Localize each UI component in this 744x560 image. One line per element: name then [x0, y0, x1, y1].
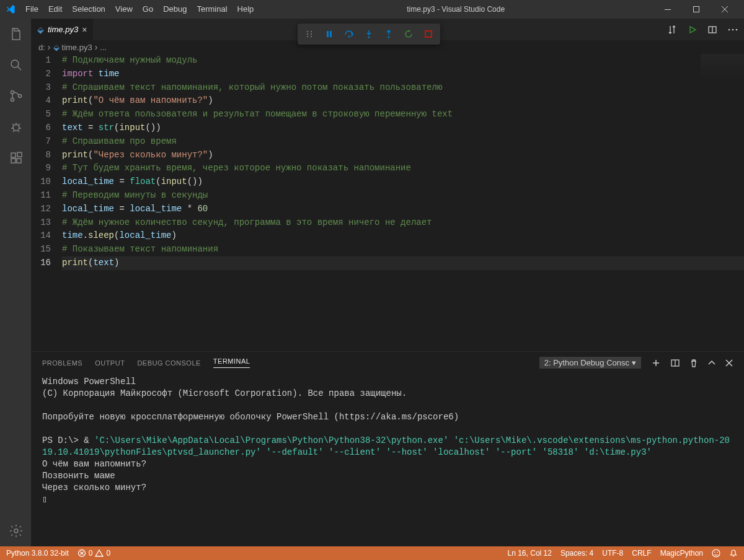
step-into-button[interactable] — [360, 26, 378, 42]
source-control-icon[interactable] — [0, 81, 31, 112]
svg-rect-20 — [11, 159, 16, 163]
titlebar: FileEditSelectionViewGoDebugTerminalHelp… — [0, 0, 744, 19]
menu-debug[interactable]: Debug — [159, 0, 191, 19]
editor-group: ⬙ time.py3 × d: › ⬙ time.py3 › ... 12345… — [31, 19, 744, 546]
svg-point-6 — [307, 36, 308, 37]
menu-go[interactable]: Go — [138, 0, 157, 19]
step-out-button[interactable] — [379, 26, 398, 42]
svg-point-23 — [14, 529, 18, 533]
compare-changes-icon[interactable] — [667, 25, 677, 35]
svg-point-3 — [311, 31, 312, 32]
new-terminal-icon[interactable] — [651, 358, 661, 368]
status-spaces[interactable]: Spaces: 4 — [560, 549, 593, 558]
breadcrumb-file[interactable]: time.py3 — [62, 43, 92, 52]
editor-actions — [661, 19, 744, 40]
svg-point-11 — [368, 37, 370, 38]
minimize-button[interactable] — [653, 0, 682, 19]
menu-selection[interactable]: Selection — [68, 0, 109, 19]
extensions-icon[interactable] — [0, 142, 31, 173]
svg-point-14 — [11, 60, 19, 68]
status-language[interactable]: MagicPython — [660, 549, 703, 558]
window-title: time.py3 - Visual Studio Code — [258, 5, 653, 14]
status-lncol[interactable]: Ln 16, Col 12 — [508, 549, 552, 558]
terminal[interactable]: Windows PowerShell (C) Корпорация Майкро… — [31, 374, 744, 546]
activity-bar — [0, 19, 31, 546]
menu-help[interactable]: Help — [233, 0, 259, 19]
svg-point-30 — [712, 549, 720, 557]
menu-bar: FileEditSelectionViewGoDebugTerminalHelp — [21, 0, 258, 19]
status-eol[interactable]: CRLF — [632, 549, 651, 558]
stop-button[interactable] — [419, 26, 438, 42]
svg-point-10 — [348, 36, 350, 38]
vscode-logo-icon — [5, 4, 16, 15]
code-area[interactable]: # Подключаем нужный модульimport time# С… — [62, 54, 744, 351]
tab-label: time.py3 — [48, 25, 78, 34]
kill-terminal-icon[interactable] — [689, 359, 698, 367]
debug-icon[interactable] — [0, 112, 31, 142]
debug-toolbar[interactable] — [298, 24, 440, 45]
svg-point-4 — [307, 33, 308, 35]
line-gutter: 12345678910111213141516 — [31, 54, 62, 351]
menu-terminal[interactable]: Terminal — [192, 0, 231, 19]
panel-tab-debug-console[interactable]: DEBUG CONSOLE — [137, 359, 200, 367]
maximize-panel-icon[interactable] — [708, 361, 715, 365]
feedback-icon[interactable] — [712, 549, 720, 558]
svg-point-17 — [19, 95, 22, 98]
tab-time-py3[interactable]: ⬙ time.py3 × — [31, 19, 94, 40]
close-tab-icon[interactable]: × — [82, 25, 87, 35]
restart-button[interactable] — [399, 26, 418, 42]
panel-tab-output[interactable]: OUTPUT — [95, 359, 125, 367]
close-panel-icon[interactable] — [725, 359, 733, 367]
svg-point-12 — [388, 37, 390, 38]
panel-tab-terminal[interactable]: TERMINAL — [213, 357, 250, 368]
svg-point-31 — [714, 552, 715, 553]
python-file-icon: ⬙ — [37, 25, 44, 35]
svg-point-15 — [11, 91, 14, 94]
svg-point-7 — [311, 36, 312, 37]
svg-rect-1 — [694, 7, 699, 12]
status-python[interactable]: Python 3.8.0 32-bit — [6, 549, 69, 558]
split-editor-icon[interactable] — [708, 25, 717, 34]
split-terminal-icon[interactable] — [671, 359, 680, 367]
step-over-button[interactable] — [340, 26, 358, 42]
panel-tabs: PROBLEMS OUTPUT DEBUG CONSOLE TERMINAL 2… — [31, 352, 744, 374]
svg-point-25 — [728, 28, 730, 30]
statusbar: Python 3.8.0 32-bit 0 0 Ln 16, Col 12 Sp… — [0, 546, 744, 560]
panel-tab-problems[interactable]: PROBLEMS — [42, 359, 82, 367]
python-file-icon: ⬙ — [53, 43, 60, 52]
close-button[interactable] — [711, 0, 739, 19]
menu-edit[interactable]: Edit — [44, 0, 66, 19]
status-encoding[interactable]: UTF-8 — [602, 549, 623, 558]
breadcrumb-more[interactable]: ... — [100, 43, 107, 52]
svg-rect-22 — [17, 152, 22, 157]
explorer-icon[interactable] — [0, 19, 31, 50]
svg-rect-21 — [17, 159, 21, 163]
breadcrumb-drive[interactable]: d: — [38, 43, 45, 52]
svg-rect-19 — [11, 153, 16, 157]
svg-point-32 — [717, 552, 718, 553]
window-controls — [653, 0, 739, 19]
terminal-selector[interactable]: 2: Python Debug Consc▾ — [539, 357, 641, 369]
drag-handle-icon[interactable] — [300, 26, 319, 42]
svg-point-26 — [732, 28, 734, 30]
menu-file[interactable]: File — [21, 0, 43, 19]
svg-rect-9 — [330, 31, 332, 37]
chevron-right-icon: › — [95, 42, 98, 52]
svg-rect-8 — [327, 31, 329, 37]
svg-rect-0 — [665, 9, 671, 10]
menu-view[interactable]: View — [111, 0, 137, 19]
svg-rect-13 — [425, 31, 432, 37]
minimap[interactable] — [701, 54, 744, 79]
chevron-right-icon: › — [48, 42, 51, 52]
status-problems[interactable]: 0 0 — [78, 549, 110, 558]
svg-point-16 — [11, 98, 14, 102]
editor[interactable]: 12345678910111213141516 # Подключаем нуж… — [31, 54, 744, 351]
svg-point-2 — [307, 31, 308, 32]
settings-gear-icon[interactable] — [0, 515, 31, 546]
pause-button[interactable] — [320, 26, 339, 42]
maximize-button[interactable] — [682, 0, 711, 19]
run-icon[interactable] — [688, 25, 697, 34]
notifications-icon[interactable] — [729, 549, 738, 558]
search-icon[interactable] — [0, 50, 31, 81]
more-actions-icon[interactable] — [728, 28, 738, 31]
